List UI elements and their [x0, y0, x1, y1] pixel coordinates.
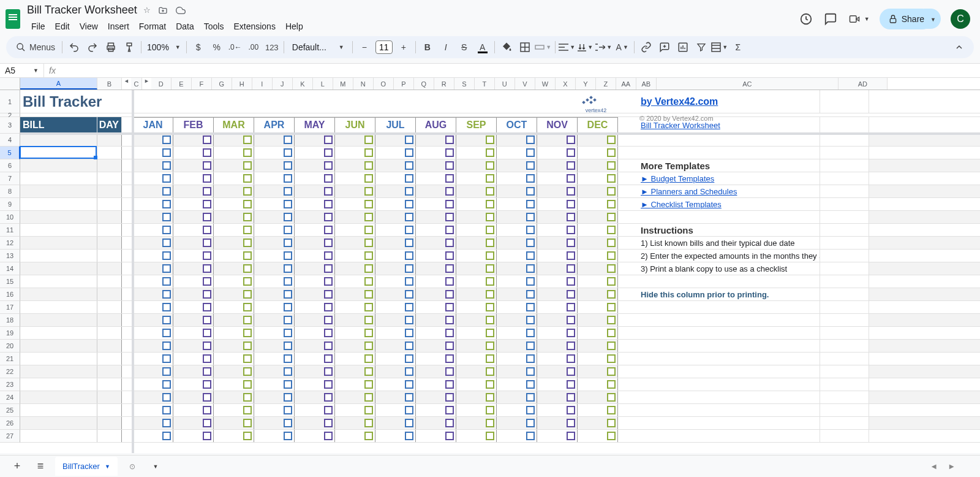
checkbox[interactable] — [567, 264, 575, 273]
checkbox-cell[interactable] — [477, 404, 497, 416]
checkbox-cell[interactable] — [396, 224, 416, 236]
checkbox[interactable] — [324, 187, 333, 196]
amount-cell[interactable] — [173, 134, 194, 146]
amount-cell[interactable] — [416, 365, 436, 378]
row-header-1[interactable]: 1 — [0, 90, 20, 113]
amount-cell[interactable] — [173, 288, 194, 300]
amount-cell[interactable] — [416, 430, 436, 442]
amount-cell[interactable] — [335, 365, 355, 378]
checkbox[interactable] — [243, 419, 252, 427]
checkbox[interactable] — [364, 329, 373, 337]
chart-button[interactable] — [674, 39, 692, 56]
amount-cell[interactable] — [214, 185, 234, 197]
checkbox-cell[interactable] — [396, 211, 416, 223]
bill-name-cell[interactable] — [20, 275, 97, 288]
sheet-tab-billtracker[interactable]: BillTracker▼ — [55, 457, 118, 476]
checkbox-cell[interactable] — [477, 327, 497, 339]
menu-insert[interactable]: Insert — [104, 19, 134, 34]
checkbox-cell[interactable] — [153, 262, 173, 275]
amount-cell[interactable] — [416, 404, 436, 416]
cloud-icon[interactable] — [175, 6, 186, 15]
day-cell[interactable] — [97, 237, 122, 249]
table-button[interactable]: ▼ — [711, 39, 728, 56]
row-header-16[interactable]: 16 — [0, 288, 20, 301]
font-select[interactable]: Default...▼ — [287, 42, 349, 52]
checkbox[interactable] — [445, 367, 454, 376]
row-header-10[interactable]: 10 — [0, 211, 20, 224]
checkbox-cell[interactable] — [557, 301, 578, 313]
amount-cell[interactable] — [416, 378, 436, 391]
amount-cell[interactable] — [375, 417, 396, 429]
amount-cell[interactable] — [133, 262, 153, 275]
checkbox-cell[interactable] — [194, 172, 214, 185]
checkbox[interactable] — [405, 213, 413, 221]
amount-cell[interactable] — [254, 147, 274, 159]
halign-button[interactable]: ▼ — [559, 39, 576, 56]
row-header-18[interactable]: 18 — [0, 314, 20, 327]
checkbox-cell[interactable] — [557, 365, 578, 378]
checkbox-cell[interactable] — [598, 430, 618, 442]
col-header-AD[interactable]: AD — [839, 78, 888, 90]
amount-cell[interactable] — [173, 275, 194, 288]
checkbox[interactable] — [607, 380, 616, 389]
checkbox[interactable] — [486, 432, 494, 440]
paint-format-button[interactable] — [121, 39, 138, 56]
checkbox[interactable] — [243, 226, 252, 234]
checkbox-cell[interactable] — [355, 417, 375, 429]
row-header-11[interactable]: 11 — [0, 224, 20, 237]
frozen-row-line[interactable] — [20, 132, 980, 135]
day-cell[interactable] — [97, 198, 122, 210]
checkbox[interactable] — [405, 187, 413, 196]
amount-cell[interactable] — [254, 172, 274, 185]
checkbox-cell[interactable] — [436, 327, 456, 339]
checkbox[interactable] — [324, 329, 333, 337]
checkbox-cell[interactable] — [436, 159, 456, 172]
amount-cell[interactable] — [416, 172, 436, 185]
amount-cell[interactable] — [537, 147, 557, 159]
col-header-E[interactable]: E — [172, 78, 192, 90]
amount-cell[interactable] — [456, 224, 477, 236]
month-header-may[interactable]: MAY — [295, 117, 335, 133]
col-header-B[interactable]: B — [97, 78, 122, 90]
checkbox[interactable] — [324, 367, 333, 376]
amount-cell[interactable] — [335, 288, 355, 300]
checkbox[interactable] — [364, 264, 373, 273]
checkbox-cell[interactable] — [436, 237, 456, 249]
amount-cell[interactable] — [416, 340, 436, 352]
borders-button[interactable] — [516, 39, 533, 56]
amount-cell[interactable] — [133, 237, 153, 249]
checkbox-cell[interactable] — [234, 391, 254, 403]
amount-cell[interactable] — [173, 430, 194, 442]
checkbox[interactable] — [567, 174, 575, 183]
checkbox[interactable] — [607, 290, 616, 299]
checkbox-cell[interactable] — [598, 365, 618, 378]
amount-cell[interactable] — [254, 430, 274, 442]
checkbox[interactable] — [567, 419, 575, 427]
menu-data[interactable]: Data — [172, 19, 198, 34]
checkbox-cell[interactable] — [234, 172, 254, 185]
checkbox[interactable] — [364, 251, 373, 260]
side-info-cell[interactable]: 2) Enter the expected amounts in the mon… — [638, 250, 820, 262]
checkbox[interactable] — [567, 238, 575, 247]
amount-cell[interactable] — [295, 147, 315, 159]
checkbox[interactable] — [243, 380, 252, 389]
checkbox-cell[interactable] — [153, 198, 173, 210]
amount-cell[interactable] — [133, 172, 153, 185]
amount-cell[interactable] — [416, 224, 436, 236]
checkbox-cell[interactable] — [517, 314, 537, 326]
checkbox-cell[interactable] — [396, 262, 416, 275]
checkbox-cell[interactable] — [436, 353, 456, 365]
checkbox[interactable] — [445, 419, 454, 427]
amount-cell[interactable] — [214, 172, 234, 185]
amount-cell[interactable] — [578, 159, 598, 172]
checkbox[interactable] — [203, 432, 211, 440]
amount-cell[interactable] — [537, 185, 557, 197]
amount-cell[interactable] — [254, 327, 274, 339]
checkbox[interactable] — [567, 277, 575, 286]
menu-search[interactable]: Menus — [12, 42, 59, 52]
amount-cell[interactable] — [133, 340, 153, 352]
amount-cell[interactable] — [456, 391, 477, 403]
day-cell[interactable] — [97, 288, 122, 300]
checkbox[interactable] — [324, 406, 333, 414]
checkbox[interactable] — [526, 200, 535, 208]
